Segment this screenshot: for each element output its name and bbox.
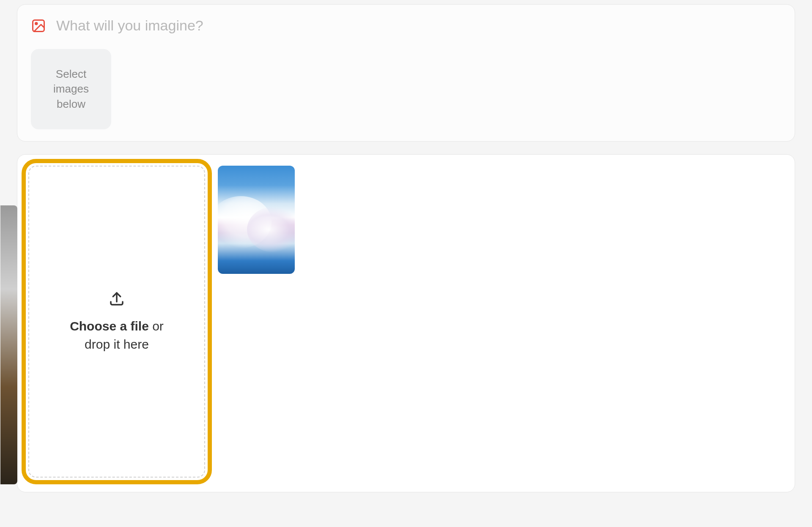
- dropzone-rest1: or: [149, 319, 164, 333]
- previous-image-edge[interactable]: [0, 205, 17, 484]
- dropzone-bold: Choose a file: [70, 319, 149, 333]
- select-chip-line2: images: [53, 82, 89, 95]
- select-images-chip[interactable]: Select images below: [31, 49, 111, 129]
- dropzone-text: Choose a file or drop it here: [70, 317, 164, 354]
- upload-icon: [108, 290, 126, 308]
- prompt-row: [31, 17, 781, 34]
- prompt-panel: Select images below: [17, 4, 795, 142]
- dropzone-highlight: Choose a file or drop it here: [22, 159, 212, 484]
- sky-clouds-thumbnail[interactable]: [218, 166, 295, 274]
- select-chip-line1: Select: [56, 68, 86, 80]
- dropzone-rest2: drop it here: [85, 337, 149, 351]
- svg-point-1: [36, 22, 38, 25]
- gallery-panel: Choose a file or drop it here: [17, 154, 795, 492]
- prompt-input[interactable]: [56, 17, 781, 34]
- select-images-label: Select images below: [53, 67, 89, 111]
- file-dropzone[interactable]: Choose a file or drop it here: [28, 166, 205, 478]
- image-icon: [31, 18, 46, 33]
- select-chip-line3: below: [57, 98, 85, 110]
